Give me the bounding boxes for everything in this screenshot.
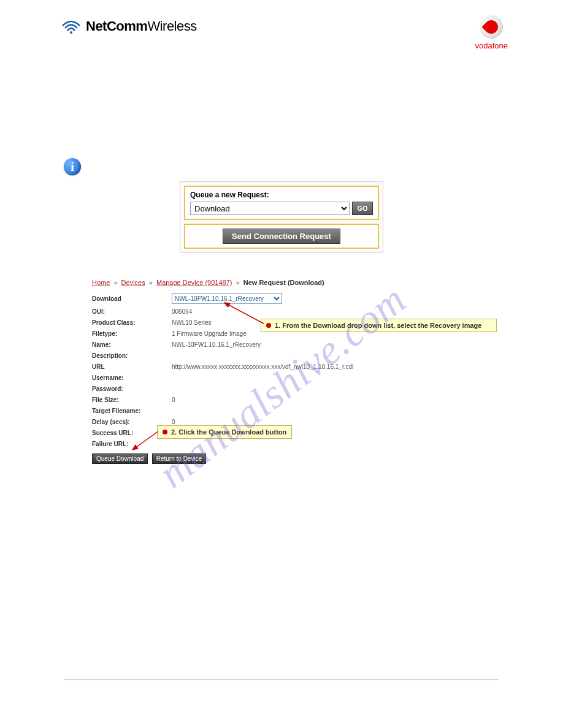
info-icon: i: [64, 158, 81, 175]
form-field-label: Description:: [92, 352, 172, 359]
form-row: Delay (secs):0: [92, 419, 484, 425]
form-row: OUI:006064: [92, 308, 484, 315]
form-field-value: 006064: [172, 308, 192, 315]
vodafone-icon: [480, 15, 503, 39]
form-field-label: Target Filename:: [92, 408, 172, 414]
queue-download-button[interactable]: Queue Download: [92, 453, 148, 464]
download-select[interactable]: NWL-10FW1.10.16.1_rRecovery: [172, 293, 282, 304]
callout-2-text: 2. Click the Queue Download button: [171, 428, 286, 436]
form-field-value: 0: [172, 396, 175, 403]
form-row: Name:NWL-10FW1.10.16.1_rRecovery: [92, 341, 484, 348]
queue-request-panel: Queue a new Request: Download GO Send Co…: [180, 181, 383, 253]
footer-divider: [64, 680, 499, 680]
form-field-label: Password:: [92, 385, 172, 392]
return-to-device-button[interactable]: Return to Device: [152, 453, 206, 464]
form-field-label: Filetype:: [92, 330, 172, 337]
form-row: Password:: [92, 385, 484, 392]
form-field-label: Delay (secs):: [92, 419, 172, 425]
callout-step-1: 1. From the Download drop down list, sel…: [261, 319, 497, 332]
form-row: Target Filename:: [92, 408, 484, 414]
svg-point-0: [70, 31, 72, 34]
breadcrumb: Home » Devices » Manage Device (901487) …: [92, 279, 324, 286]
form-field-label: Failure URL:: [92, 441, 172, 447]
send-box: Send Connection Request: [184, 224, 379, 249]
form-row: Description:: [92, 352, 484, 359]
download-label: Download: [92, 295, 172, 302]
form-field-label: File Size:: [92, 396, 172, 403]
page-header: NetCommWireless vodafone: [61, 18, 508, 55]
form-row: Failure URL:: [92, 441, 484, 447]
queue-box: Queue a new Request: Download GO: [184, 186, 379, 220]
netcomm-logo: NetCommWireless: [61, 18, 508, 34]
breadcrumb-current: New Request (Download): [243, 279, 324, 286]
form-row: File Size:0: [92, 396, 484, 403]
form-row: Username:: [92, 374, 484, 381]
form-field-value: http://www.xxxxx.xxxxxxx.xxxxxxxxx.xxx/v…: [172, 363, 353, 370]
form-field-value: 1 Firmware Upgrade Image: [172, 330, 247, 337]
breadcrumb-devices[interactable]: Devices: [121, 279, 145, 286]
form-field-label: Name:: [92, 341, 172, 348]
breadcrumb-home[interactable]: Home: [92, 279, 110, 286]
form-field-label: Username:: [92, 374, 172, 381]
form-field-label: URL: [92, 363, 172, 370]
form-field-label: Product Class:: [92, 319, 172, 326]
callout-1-text: 1. From the Download drop down list, sel…: [275, 322, 481, 329]
send-connection-request-button[interactable]: Send Connection Request: [223, 229, 340, 244]
callout-dot-icon: [266, 323, 271, 328]
form-row: URLhttp://www.xxxxx.xxxxxxx.xxxxxxxxx.xx…: [92, 363, 484, 370]
form-field-value: NWL-10FW1.10.16.1_rRecovery: [172, 341, 261, 348]
callout-dot-icon: [163, 430, 167, 434]
breadcrumb-manage-device[interactable]: Manage Device (901487): [156, 279, 232, 286]
go-button[interactable]: GO: [352, 202, 373, 215]
queue-label: Queue a new Request:: [190, 191, 373, 199]
form-field-value: 0: [172, 419, 175, 425]
vodafone-text: vodafone: [475, 41, 508, 50]
form-field-label: OUI:: [92, 308, 172, 315]
vodafone-logo: vodafone: [475, 15, 508, 50]
callout-step-2: 2. Click the Queue Download button: [157, 425, 292, 439]
wifi-icon: [61, 18, 81, 34]
brand-text: NetCommWireless: [86, 18, 197, 34]
queue-request-select[interactable]: Download: [190, 202, 350, 215]
form-field-value: NWL10 Series: [172, 319, 211, 326]
